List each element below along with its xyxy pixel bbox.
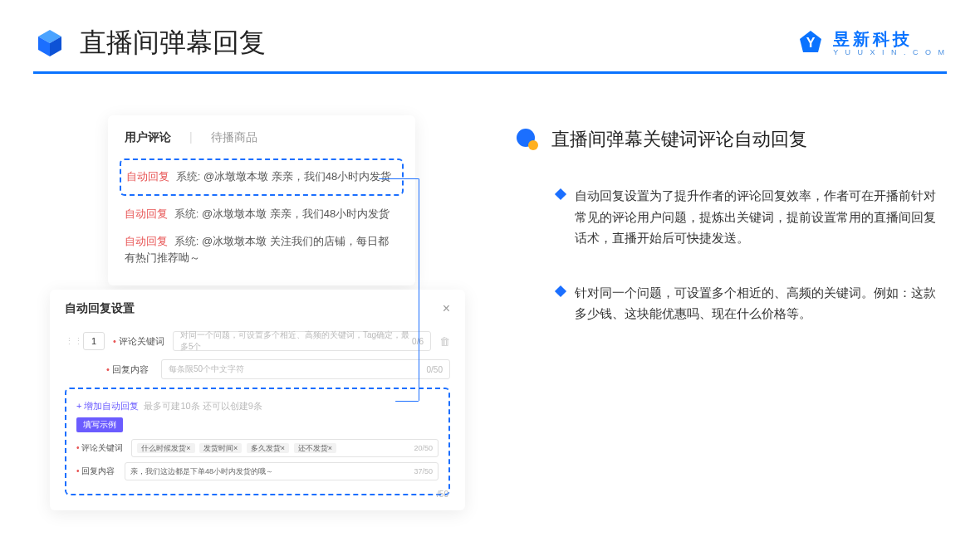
content-placeholder: 每条限50个中文字符 (169, 363, 244, 375)
auto-reply-badge: 自动回复 (125, 207, 168, 220)
comments-panel: 用户评论 | 待播商品 自动回复 系统: @冰墩墩本墩 亲亲，我们48小时内发货… (108, 115, 415, 285)
brand-logo: Y 昱新科技 Y U U X I N . C O M (796, 29, 947, 57)
diamond-icon (555, 188, 566, 200)
bullet-point: 自动回复设置为了提升作者的评论回复效率，作者可在开播前针对常见的评论用户问题，提… (515, 185, 947, 249)
example-content-text: 亲，我们这边都是下单48小时内发货的哦～ (130, 466, 273, 477)
auto-reply-settings-panel: 自动回复设置 × ⋮⋮ 1 评论关键词 对同一个问题，可设置多个相近、高频的关键… (50, 290, 465, 510)
svg-text:Y: Y (806, 36, 816, 50)
comment-text: @冰墩墩本墩 亲亲，我们48小时内发货 (202, 207, 390, 220)
content-label: 回复内容 (106, 363, 153, 376)
auto-reply-badge: 自动回复 (125, 235, 168, 247)
bullet-point: 针对同一个问题，可设置多个相近的、高频的关键词。例如：这款多少钱、这块能优惠吗、… (515, 282, 947, 324)
close-icon[interactable]: × (443, 301, 450, 316)
screenshot-column: 用户评论 | 待播商品 自动回复 系统: @冰墩墩本墩 亲亲，我们48小时内发货… (50, 115, 465, 505)
keyword-chip: 什么时候发货× (137, 443, 194, 453)
bullet-text: 自动回复设置为了提升作者的评论回复效率，作者可在开播前针对常见的评论用户问题，提… (575, 185, 947, 249)
system-label: 系统: (176, 170, 201, 183)
cube-icon (33, 27, 66, 60)
example-content-label: 回复内容 (76, 466, 116, 477)
keyword-label: 评论关键词 (113, 335, 164, 348)
section-title: 直播间弹幕关键词评论自动回复 (551, 127, 807, 152)
keyword-placeholder: 对同一个问题，可设置多个相近、高频的关键词，Tag确定，最多5个 (180, 329, 412, 353)
brand-name-en: Y U U X I N . C O M (833, 49, 947, 56)
keyword-input[interactable]: 对同一个问题，可设置多个相近、高频的关键词，Tag确定，最多5个 0/6 (173, 331, 431, 351)
system-label: 系统: (174, 235, 199, 247)
tab-user-comments[interactable]: 用户评论 (125, 130, 171, 145)
bullet-text: 针对同一个问题，可设置多个相近的、高频的关键词。例如：这款多少钱、这块能优惠吗、… (575, 282, 947, 324)
brand-icon: Y (796, 29, 825, 57)
diamond-icon (555, 285, 566, 296)
speech-bubble-icon (515, 127, 540, 152)
add-auto-reply-link[interactable]: + 增加自动回复最多可建10条 还可以创建9条 (76, 401, 262, 411)
settings-title: 自动回复设置 (65, 301, 135, 316)
example-keyword-field: 什么时候发货× 发货时间× 多久发货× 还不发货× 20/50 (131, 439, 439, 457)
page-header: 直播间弹幕回复 Y 昱新科技 Y U U X I N . C O M (0, 0, 980, 71)
example-badge: 填写示例 (76, 417, 123, 432)
auto-reply-badge: 自动回复 (126, 170, 169, 183)
content-input[interactable]: 每条限50个中文字符 0/50 (161, 359, 450, 379)
brand-name-cn: 昱新科技 (833, 31, 947, 47)
drag-handle-icon[interactable]: ⋮⋮ (65, 336, 75, 347)
keyword-count: 0/6 (412, 337, 424, 346)
keyword-chip: 多久发货× (247, 443, 289, 453)
highlighted-comment: 自动回复 系统: @冰墩墩本墩 亲亲，我们48小时内发货 (120, 158, 404, 196)
add-hint: 最多可建10条 还可以创建9条 (144, 401, 262, 411)
example-keyword-label: 评论关键词 (76, 442, 123, 454)
delete-icon[interactable]: 🗑 (439, 335, 450, 348)
comment-text: @冰墩墩本墩 亲亲，我们48小时内发货 (203, 170, 391, 183)
content-count: 0/50 (427, 365, 443, 374)
svg-point-2 (528, 140, 538, 150)
example-section: + 增加自动回复最多可建10条 还可以创建9条 填写示例 评论关键词 什么时候发… (65, 388, 450, 495)
comment-row: 自动回复 系统: @冰墩墩本墩 亲亲，我们48小时内发货 (125, 201, 399, 228)
example-content-count: 37/50 (414, 467, 433, 475)
system-label: 系统: (174, 207, 199, 220)
description-column: 直播间弹幕关键词评论自动回复 自动回复设置为了提升作者的评论回复效率，作者可在开… (515, 115, 947, 505)
stray-count: /50 (437, 490, 448, 499)
example-content-field: 亲，我们这边都是下单48小时内发货的哦～ 37/50 (125, 462, 439, 480)
rule-number: 1 (83, 332, 105, 350)
page-title: 直播间弹幕回复 (80, 25, 266, 61)
comment-row: 自动回复 系统: @冰墩墩本墩 关注我们的店铺，每日都有热门推荐呦～ (125, 228, 399, 273)
keyword-chip: 还不发货× (294, 443, 336, 453)
tab-separator: | (189, 130, 193, 145)
example-keyword-count: 20/50 (414, 444, 433, 452)
keyword-chip: 发货时间× (199, 443, 242, 453)
tab-pending-products[interactable]: 待播商品 (211, 130, 257, 145)
